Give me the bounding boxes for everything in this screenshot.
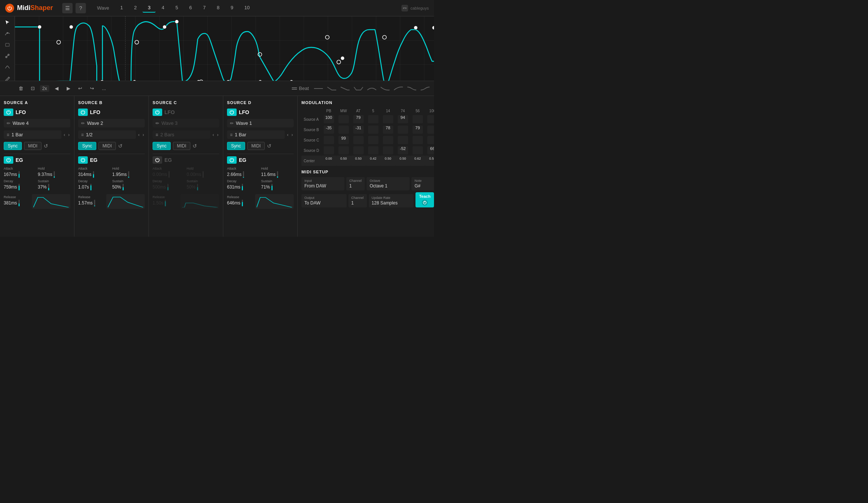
- mod-c-14[interactable]: [381, 135, 395, 145]
- mod-b-100[interactable]: [425, 124, 434, 135]
- midi-note-field[interactable]: Note G#: [411, 177, 434, 190]
- mod-d-56[interactable]: [410, 145, 425, 156]
- shape-curve-up[interactable]: [393, 85, 404, 92]
- mod-a-at[interactable]: 79: [351, 114, 366, 124]
- mod-a-100[interactable]: [425, 114, 434, 124]
- midi-update-rate-field[interactable]: Update Rate 128 Samples: [369, 194, 414, 207]
- node-tool[interactable]: [3, 52, 11, 60]
- mod-center-5[interactable]: 0.42: [366, 156, 381, 166]
- shape-ramp-down[interactable]: [326, 85, 338, 92]
- source-b-lfo-toggle[interactable]: [78, 109, 88, 116]
- shape-s-curve[interactable]: [406, 85, 418, 92]
- mod-center-pb[interactable]: 0.00: [321, 156, 336, 166]
- mod-b-pb[interactable]: -35: [321, 124, 336, 135]
- source-d-wave-input[interactable]: ✏ Wave 1: [227, 119, 294, 127]
- source-b-decay-slider[interactable]: [90, 184, 91, 190]
- source-a-lfo-toggle[interactable]: [4, 109, 13, 116]
- wave-tab-10[interactable]: 10: [239, 3, 255, 13]
- source-c-bar-display[interactable]: ≡ 2 Bars: [153, 130, 210, 139]
- mod-a-56[interactable]: [410, 114, 425, 124]
- mod-c-100[interactable]: [425, 135, 434, 145]
- mod-center-100[interactable]: 0.50: [425, 156, 434, 166]
- mod-c-5[interactable]: [366, 135, 381, 145]
- redo-button[interactable]: ↪: [88, 84, 97, 93]
- help-button[interactable]: ?: [76, 3, 86, 13]
- source-d-release-slider[interactable]: [242, 200, 243, 206]
- shape-valley[interactable]: [353, 85, 364, 92]
- source-c-bar-prev[interactable]: ‹: [212, 131, 215, 138]
- source-a-sync-btn[interactable]: Sync: [4, 142, 22, 150]
- source-d-eg-toggle[interactable]: [227, 156, 237, 164]
- source-a-bar-display[interactable]: ≡ 1 Bar: [4, 130, 61, 139]
- source-a-decay-slider[interactable]: [19, 184, 20, 190]
- source-d-bar-display[interactable]: ≡ 1 Bar: [227, 130, 285, 139]
- pattern-button[interactable]: ⊡: [28, 84, 37, 93]
- source-d-decay-slider[interactable]: [242, 184, 243, 190]
- wave-tab-8[interactable]: 8: [211, 3, 224, 13]
- midi-input-channel-field[interactable]: Channel 1: [346, 177, 365, 190]
- wave-tab-1[interactable]: 1: [115, 3, 128, 13]
- source-d-sustain-slider[interactable]: [271, 184, 273, 190]
- source-d-bar-prev[interactable]: ‹: [286, 131, 289, 138]
- source-a-midi-btn[interactable]: MIDI: [24, 142, 41, 150]
- midi-input-field[interactable]: Input From DAW: [301, 177, 344, 190]
- shape-flat[interactable]: [313, 85, 324, 92]
- source-a-wave-input[interactable]: ✏ Wave 4: [4, 119, 70, 127]
- mod-b-14[interactable]: 78: [381, 124, 395, 135]
- curve-tool[interactable]: [3, 30, 11, 37]
- source-c-sustain-slider[interactable]: [197, 184, 198, 190]
- wave-tab-9[interactable]: 9: [226, 3, 238, 13]
- source-a-hold-slider[interactable]: [54, 171, 55, 178]
- wave-editor[interactable]: 🗑 ⊡ 2x ◀ ▶ ↩ ↪ ... Beat: [0, 16, 434, 96]
- source-d-attack-slider[interactable]: [243, 171, 244, 178]
- mod-c-mw[interactable]: 99: [336, 135, 351, 145]
- midi-octave-field[interactable]: Octave Octave 1: [367, 177, 410, 190]
- wave-tab-4[interactable]: 4: [156, 3, 169, 13]
- shape-arch[interactable]: [366, 85, 378, 92]
- wave-tab-2[interactable]: 2: [129, 3, 142, 13]
- power-button[interactable]: [5, 4, 14, 13]
- prev-button[interactable]: ◀: [52, 84, 61, 93]
- source-b-sync-icon[interactable]: ↺: [118, 143, 123, 149]
- mod-d-100[interactable]: 66: [425, 145, 434, 156]
- wave-tab-3[interactable]: 3: [143, 3, 156, 13]
- source-b-midi-btn[interactable]: MIDI: [99, 142, 116, 150]
- source-c-wave-input[interactable]: ✏ Wave 3: [153, 119, 219, 127]
- mod-b-5[interactable]: [366, 124, 381, 135]
- source-a-sustain-slider[interactable]: [48, 184, 49, 190]
- mod-a-mw[interactable]: [336, 114, 351, 124]
- mod-center-56[interactable]: 0.62: [410, 156, 425, 166]
- shape-reverse-s[interactable]: [419, 85, 431, 92]
- mod-center-74[interactable]: 0.50: [395, 156, 410, 166]
- source-c-attack-slider[interactable]: [168, 171, 170, 178]
- source-c-lfo-toggle[interactable]: [153, 109, 162, 116]
- source-c-hold-slider[interactable]: [203, 171, 204, 178]
- smooth-tool[interactable]: [3, 63, 11, 71]
- mod-b-at[interactable]: -31: [351, 124, 366, 135]
- teach-button[interactable]: Teach: [415, 192, 434, 207]
- source-c-midi-btn[interactable]: MIDI: [173, 142, 190, 150]
- source-d-bar-next[interactable]: ›: [291, 131, 294, 138]
- mod-c-56[interactable]: [410, 135, 425, 145]
- mod-center-at[interactable]: 0.50: [351, 156, 366, 166]
- source-b-wave-input[interactable]: ✏ Wave 2: [78, 119, 145, 127]
- mod-center-mw[interactable]: 0.50: [336, 156, 351, 166]
- source-d-lfo-toggle[interactable]: [227, 109, 237, 116]
- menu-button[interactable]: ☰: [62, 3, 73, 13]
- source-a-sync-icon[interactable]: ↺: [44, 143, 48, 149]
- source-d-sync-icon[interactable]: ↺: [267, 143, 271, 149]
- midi-output-channel-field[interactable]: Channel 1: [348, 194, 367, 207]
- mod-c-at[interactable]: [351, 135, 366, 145]
- source-c-eg-toggle[interactable]: [153, 156, 162, 164]
- zoom-label[interactable]: 2x: [40, 85, 49, 92]
- wave-canvas[interactable]: [15, 16, 434, 83]
- undo-button[interactable]: ↩: [76, 84, 85, 93]
- source-a-bar-next[interactable]: ›: [67, 131, 70, 138]
- source-c-bar-next[interactable]: ›: [216, 131, 219, 138]
- mod-a-pb[interactable]: 100: [321, 114, 336, 124]
- more-button[interactable]: ...: [100, 84, 108, 93]
- source-a-bar-prev[interactable]: ‹: [63, 131, 66, 138]
- source-b-sync-btn[interactable]: Sync: [78, 142, 96, 150]
- selection-tool[interactable]: [3, 41, 11, 49]
- wave-tab-5[interactable]: 5: [170, 3, 183, 13]
